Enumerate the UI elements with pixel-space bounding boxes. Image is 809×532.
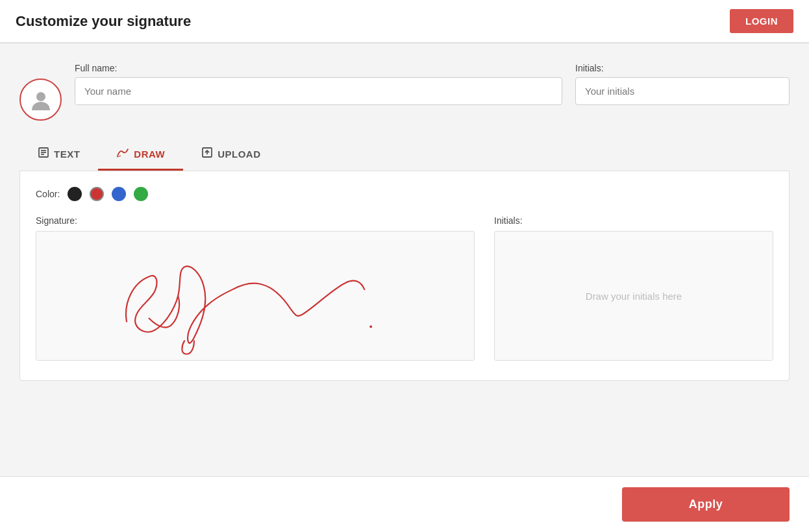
apply-button[interactable]: Apply (622, 487, 790, 522)
tab-text[interactable]: TEXT (19, 139, 98, 171)
svg-point-0 (36, 92, 45, 101)
initials-group-canvas: Initials: Draw your initials here (494, 215, 773, 361)
avatar (19, 79, 62, 121)
signature-group: Signature: (36, 215, 475, 361)
login-button[interactable]: LOGIN (730, 9, 793, 33)
svg-point-8 (369, 326, 372, 328)
tabs: TEXT DRAW UPLOAD (19, 139, 790, 171)
initials-placeholder: Draw your initials here (586, 291, 682, 302)
signature-drawing (36, 232, 474, 360)
tab-draw[interactable]: DRAW (98, 139, 183, 171)
top-row: Full name: Initials: (19, 63, 790, 121)
tab-draw-label: DRAW (134, 149, 165, 160)
signature-label: Signature: (36, 215, 475, 226)
full-name-input[interactable] (75, 77, 562, 105)
text-icon (38, 147, 49, 161)
color-red[interactable] (90, 187, 104, 201)
apply-bar: Apply (0, 476, 809, 532)
color-black[interactable] (68, 187, 82, 201)
fields-row: Full name: Initials: (75, 63, 790, 105)
header: Customize your signature LOGIN (0, 0, 809, 43)
upload-icon (201, 147, 213, 161)
color-row: Color: (36, 187, 773, 201)
full-name-label: Full name: (75, 63, 562, 73)
tab-upload-label: UPLOAD (218, 149, 260, 160)
draw-icon (116, 147, 129, 161)
tab-upload[interactable]: UPLOAD (183, 139, 279, 171)
color-blue[interactable] (112, 187, 126, 201)
draw-panel: Color: Signature: (19, 171, 790, 381)
initials-canvas[interactable]: Draw your initials here (494, 231, 773, 361)
tab-text-label: TEXT (54, 149, 80, 160)
canvas-row: Signature: Initials: Draw your initials … (36, 215, 773, 361)
initials-input[interactable] (575, 77, 790, 105)
main-content: Full name: Initials: TEXT (0, 43, 809, 511)
initials-group: Initials: (575, 63, 790, 105)
page-title: Customize your signature (16, 13, 191, 30)
initials-label: Initials: (575, 63, 790, 73)
signature-canvas[interactable] (36, 231, 475, 361)
person-icon (29, 88, 53, 112)
initials-canvas-label: Initials: (494, 215, 773, 226)
color-green[interactable] (134, 187, 148, 201)
color-label: Color: (36, 189, 60, 199)
full-name-group: Full name: (75, 63, 562, 105)
